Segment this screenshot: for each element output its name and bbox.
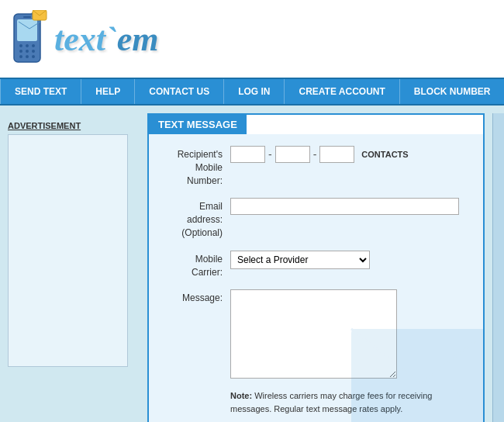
svg-point-9 bbox=[26, 55, 29, 58]
svg-point-10 bbox=[32, 55, 35, 58]
main-content: ADVERTISEMENT TEXT MESSAGE Recipient'sMo… bbox=[0, 106, 504, 422]
contacts-link[interactable]: CONTACTS bbox=[361, 150, 408, 159]
message-row: Message: bbox=[157, 289, 475, 379]
right-strip bbox=[492, 113, 504, 422]
carrier-label: MobileCarrier: bbox=[157, 251, 230, 279]
message-textarea-area bbox=[230, 289, 475, 379]
note-bold-label: Note: bbox=[230, 391, 252, 400]
svg-point-8 bbox=[19, 55, 22, 58]
panel-title: TEXT MESSAGE bbox=[149, 115, 247, 134]
panel-body: Recipient'sMobileNumber: - - CONTACTS Em… bbox=[149, 134, 483, 422]
advertisement-box bbox=[8, 134, 128, 367]
phone-area-code[interactable] bbox=[230, 146, 265, 163]
carrier-select[interactable]: Select a ProviderAT&TVerizonT-MobileSpri… bbox=[230, 251, 370, 269]
svg-rect-11 bbox=[23, 16, 31, 18]
email-row: Emailaddress:(Optional) bbox=[157, 198, 475, 239]
nav-send-text[interactable]: SEND TEXT bbox=[0, 79, 81, 104]
mobile-number-inputs: - - CONTACTS bbox=[230, 146, 475, 163]
nav-help[interactable]: HELP bbox=[81, 79, 135, 104]
header: text`em bbox=[0, 0, 504, 78]
sidebar: ADVERTISEMENT bbox=[0, 113, 140, 422]
email-label: Emailaddress:(Optional) bbox=[157, 198, 230, 239]
svg-point-6 bbox=[26, 50, 29, 53]
email-input[interactable] bbox=[230, 198, 459, 215]
note-body: Wireless carriers may charge fees for re… bbox=[230, 391, 432, 413]
message-label: Message: bbox=[157, 289, 230, 305]
advertisement-label: ADVERTISEMENT bbox=[8, 121, 132, 130]
carrier-select-area: Select a ProviderAT&TVerizonT-MobileSpri… bbox=[230, 251, 475, 269]
note-row: Note: Wireless carriers may charge fees … bbox=[157, 389, 475, 415]
nav-block-number[interactable]: BLOCK NUMBER bbox=[400, 79, 504, 104]
logo-text: text`em bbox=[54, 19, 158, 59]
nav-contact-us[interactable]: CONTACT US bbox=[135, 79, 224, 104]
svg-point-3 bbox=[26, 44, 29, 47]
phone-logo-icon bbox=[8, 10, 50, 68]
nav-log-in[interactable]: LOG IN bbox=[224, 79, 285, 104]
phone-line[interactable] bbox=[319, 146, 354, 163]
message-textarea[interactable] bbox=[230, 289, 397, 379]
svg-point-4 bbox=[32, 44, 35, 47]
form-area: TEXT MESSAGE Recipient'sMobileNumber: - bbox=[140, 113, 492, 422]
carrier-row: MobileCarrier: Select a ProviderAT&TVeri… bbox=[157, 251, 475, 279]
mobile-number-label: Recipient'sMobileNumber: bbox=[157, 146, 230, 187]
note-text: Note: Wireless carriers may charge fees … bbox=[230, 389, 475, 415]
svg-point-7 bbox=[32, 50, 35, 53]
nav-create-account[interactable]: CREATE ACCOUNT bbox=[285, 79, 399, 104]
note-text-area: Note: Wireless carriers may charge fees … bbox=[230, 389, 475, 415]
phone-sep-2: - bbox=[312, 148, 318, 161]
logo: text`em bbox=[8, 10, 158, 68]
note-label-cell bbox=[157, 389, 230, 392]
phone-sep-1: - bbox=[268, 148, 273, 161]
svg-point-2 bbox=[19, 44, 22, 47]
svg-point-5 bbox=[19, 50, 22, 53]
navbar: SEND TEXT HELP CONTACT US LOG IN CREATE … bbox=[0, 78, 504, 106]
email-input-area bbox=[230, 198, 475, 215]
text-message-panel: TEXT MESSAGE Recipient'sMobileNumber: - bbox=[147, 113, 485, 422]
phone-prefix[interactable] bbox=[275, 146, 310, 163]
mobile-number-row: Recipient'sMobileNumber: - - CONTACTS bbox=[157, 146, 475, 187]
